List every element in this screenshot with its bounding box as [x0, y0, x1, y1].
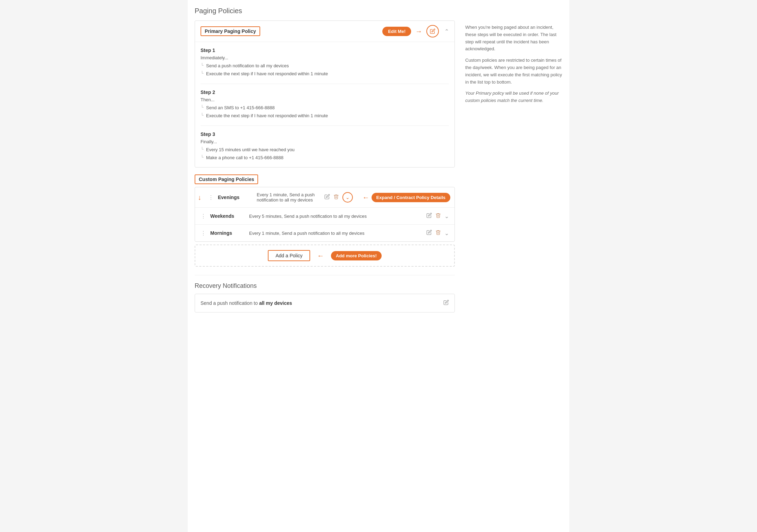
mornings-name: Mornings: [210, 230, 245, 236]
step-2-block: Step 2 Then... Send an SMS to +1 415-666…: [201, 84, 449, 126]
drag-handle-weekends[interactable]: ⋮: [201, 213, 206, 220]
step-3-label: Step 3: [201, 131, 449, 137]
mornings-desc: Every 1 minute, Send a push notification…: [249, 231, 422, 236]
evenings-policy-row: ⋮ Evenings Every 1 minute, Send a push n…: [203, 187, 358, 207]
evenings-delete-icon[interactable]: [333, 194, 339, 201]
sidebar-desc-3: Your Primary policy will be used if none…: [465, 90, 562, 104]
step-1-block: Step 1 Immediately... Send a push notifi…: [201, 42, 449, 84]
mornings-delete-icon[interactable]: [435, 230, 441, 237]
collapse-icon[interactable]: ⌃: [444, 28, 449, 35]
evenings-desc: Every 1 minute, Send a push notification…: [257, 192, 320, 203]
recovery-edit-icon[interactable]: [443, 300, 449, 307]
edit-icon-circle[interactable]: [426, 25, 439, 37]
expand-annotation-bubble: Expand / Contract Policy Details: [372, 193, 450, 202]
drag-handle-mornings[interactable]: ⋮: [201, 230, 206, 237]
weekends-name: Weekends: [210, 213, 245, 219]
left-column: Primary Paging Policy Edit Me! → ⌃: [195, 20, 455, 312]
steps-container: Step 1 Immediately... Send a push notifi…: [195, 42, 454, 167]
weekends-actions: ⌄: [426, 213, 449, 220]
weekends-delete-icon[interactable]: [435, 213, 441, 220]
main-layout: Primary Paging Policy Edit Me! → ⌃: [195, 20, 562, 312]
expand-annotation-area: ← Expand / Contract Policy Details: [358, 193, 454, 202]
step-1-item-2: Execute the next step if I have not resp…: [201, 70, 449, 78]
edit-me-button[interactable]: Edit Me!: [382, 27, 411, 36]
primary-policy-box: Primary Paging Policy Edit Me! → ⌃: [195, 20, 455, 168]
page-title: Paging Policies: [195, 7, 562, 15]
step-3-block: Step 3 Finally... Every 15 minutes until…: [201, 126, 449, 168]
recovery-text-plain: Send a push notification to: [201, 300, 259, 306]
mornings-expand-icon[interactable]: ⌄: [444, 230, 449, 237]
step-2-item-1: Send an SMS to +1 415-666-8888: [201, 104, 449, 112]
step-2-timing: Then...: [201, 97, 449, 102]
custom-policies-title: Custom Paging Policies: [195, 174, 258, 184]
recovery-text-bold: all my devices: [259, 300, 292, 306]
mornings-actions: ⌄: [426, 230, 449, 237]
step-3-item-1: Every 15 minutes until we have reached y…: [201, 146, 449, 154]
step-2-label: Step 2: [201, 89, 449, 95]
arrow-right-icon: →: [415, 27, 422, 35]
step-1-timing: Immediately...: [201, 55, 449, 60]
step-1-item-1: Send a push notification to all my devic…: [201, 62, 449, 70]
weekends-desc: Every 5 minutes, Send a push notificatio…: [249, 214, 422, 219]
add-annotation-bubble: Add more Policies!: [331, 251, 382, 260]
right-column: When you're being paged about an inciden…: [465, 20, 562, 312]
weekends-policy-row: ⋮ Weekends Every 5 minutes, Send a push …: [195, 208, 454, 225]
mornings-edit-icon[interactable]: [426, 230, 432, 237]
evenings-name: Evenings: [218, 195, 253, 200]
evenings-actions: ⌄: [324, 192, 353, 203]
annotation-left-arrow-icon: ←: [363, 194, 369, 201]
drag-down-arrow-icon: ↓: [198, 194, 201, 201]
step-3-timing: Finally...: [201, 139, 449, 144]
recovery-box: Send a push notification to all my devic…: [195, 294, 455, 312]
recovery-title: Recovery Notifications: [195, 282, 455, 290]
weekends-edit-icon[interactable]: [426, 213, 432, 220]
primary-policy-header: Primary Paging Policy Edit Me! → ⌃: [195, 21, 454, 42]
add-policy-row: Add a Policy ← Add more Policies!: [195, 244, 455, 267]
weekends-expand-icon[interactable]: ⌄: [444, 213, 449, 220]
recovery-text: Send a push notification to all my devic…: [201, 300, 292, 306]
primary-policy-title: Primary Paging Policy: [201, 26, 260, 36]
add-annotation-arrow-icon: ←: [317, 252, 324, 260]
primary-policy-actions: Edit Me! → ⌃: [382, 25, 449, 37]
evenings-expand-icon[interactable]: ⌄: [342, 192, 353, 203]
add-policy-button[interactable]: Add a Policy: [268, 250, 310, 261]
custom-policies-header: Custom Paging Policies: [195, 174, 455, 184]
step-2-item-2: Execute the next step if I have not resp…: [201, 112, 449, 120]
drag-handle-evenings[interactable]: ⋮: [208, 194, 214, 201]
custom-policies-section: Custom Paging Policies ↓ ⋮ Evenings Ever…: [195, 174, 455, 267]
step-3-item-2: Make a phone call to +1 415-666-8888: [201, 154, 449, 162]
recovery-section: Recovery Notifications Send a push notif…: [195, 275, 455, 312]
evenings-edit-icon[interactable]: [324, 194, 330, 201]
mornings-policy-row: ⋮ Mornings Every 1 minute, Send a push n…: [195, 225, 454, 241]
evenings-row-wrapper: ↓ ⋮ Evenings Every 1 minute, Send a push…: [195, 187, 454, 208]
sidebar-desc-2: Custom policies are restricted to certai…: [465, 57, 562, 86]
add-policy-area: Add a Policy ← Add more Policies!: [195, 244, 455, 267]
custom-policies-box: ↓ ⋮ Evenings Every 1 minute, Send a push…: [195, 187, 455, 242]
step-1-label: Step 1: [201, 48, 449, 53]
sidebar-desc-1: When you're being paged about an inciden…: [465, 24, 562, 53]
